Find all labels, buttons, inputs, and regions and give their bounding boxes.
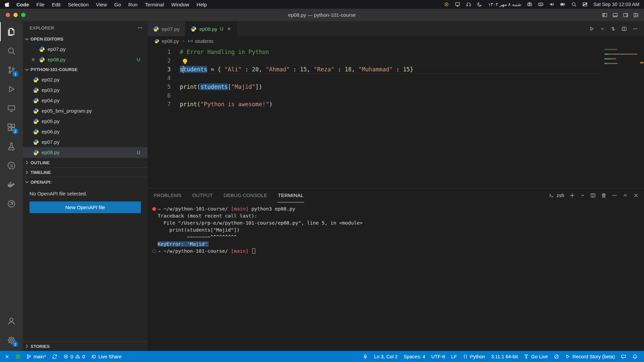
file-item-ep05-bmi[interactable]: ep05_bmi_program.py [23,106,148,116]
activity-testing[interactable] [0,137,23,156]
new-terminal-icon[interactable] [570,193,575,198]
mic-item[interactable] [360,351,371,362]
sync-changes-button[interactable] [49,351,60,362]
encoding-item[interactable]: UTF-8 [428,351,448,362]
python-interpreter-item[interactable]: 3.11.1 64-bit [488,351,521,362]
activity-extension-extra[interactable] [0,194,23,213]
activity-remote-explorer[interactable] [0,99,23,118]
toggle-sidebar-icon[interactable] [602,12,607,18]
command-prompt-icon[interactable] [152,249,156,253]
code-line[interactable]: print("Python is awesome!") [180,100,639,109]
openapi-header[interactable]: OPENAPI: [23,177,148,187]
menu-view[interactable]: View [92,2,110,7]
eol-item[interactable]: LF [448,351,460,362]
minimap[interactable] [603,48,639,188]
zoom-window-button[interactable] [21,13,25,17]
customize-layout-icon[interactable] [633,12,639,18]
notifications-item[interactable] [629,351,641,362]
close-editor-icon[interactable] [30,57,36,62]
close-panel-icon[interactable] [633,193,639,198]
menu-run[interactable]: Run [125,2,142,7]
minimize-window-button[interactable] [13,13,18,17]
camera-icon[interactable] [527,2,532,7]
apple-menu-icon[interactable] [5,2,10,7]
activity-settings[interactable]: 1 [0,330,23,350]
menu-terminal[interactable]: Terminal [141,2,168,7]
menu-help[interactable]: Help [193,2,211,7]
code-editor[interactable]: 1234567 # Error Handling in Pythonstuden… [148,46,644,188]
kill-terminal-icon[interactable] [601,193,606,198]
menu-edit[interactable]: Edit [48,2,64,7]
menu-go[interactable]: Go [111,2,125,7]
file-item-ep05[interactable]: ep05.py [23,116,148,126]
feedback-item[interactable] [618,351,629,362]
language-mode-item[interactable]: Python [460,351,488,362]
file-item-ep04[interactable]: ep04.py [23,95,148,106]
editor-more-actions-icon[interactable] [633,26,638,32]
open-editor-ep07[interactable]: ep07.py [23,44,148,54]
overview-ruler[interactable] [639,46,644,188]
activity-run-debug[interactable] [0,79,23,99]
open-editors-header[interactable]: OPEN EDITORS [23,34,148,44]
open-editor-ep08[interactable]: ep08.py U [23,54,148,65]
tab-debug-console[interactable]: DEBUG CONSOLE [223,188,268,202]
outline-header[interactable]: OUTLINE [23,158,148,167]
terminal-profile-dropdown-icon[interactable] [580,193,585,198]
split-editor-icon[interactable] [622,26,627,32]
control-center-icon[interactable] [582,2,588,7]
headphones-icon[interactable] [466,2,471,7]
command-failed-icon[interactable] [152,207,156,211]
activity-source-control[interactable]: 1 [0,60,23,79]
code-line[interactable]: # Error Handling in Python [180,48,639,56]
run-python-file-icon[interactable] [589,26,594,32]
new-openapi-file-button[interactable]: New OpenAPI file [30,201,141,213]
activity-search[interactable] [0,41,23,60]
breadcrumb-symbol[interactable]: students [195,39,214,44]
terminal-output[interactable]: → ~/w/python-101-course/ [main] python3 … [148,202,644,351]
code-line[interactable]: print(students["Majid"]) [180,82,639,91]
file-item-ep06[interactable]: ep06.py [23,126,148,137]
code-line[interactable] [180,74,639,82]
spotlight-icon[interactable] [571,2,577,7]
keyboard-layout-icon[interactable] [538,2,543,7]
menu-window[interactable]: Window [168,2,193,7]
activity-explorer[interactable] [0,22,23,41]
split-terminal-icon[interactable] [590,193,596,198]
code-line[interactable]: students = { "Ali" : 20, "Ahmad" : 15, "… [180,65,639,74]
status-extension-item[interactable] [13,351,23,362]
lightbulb-icon[interactable] [183,59,187,63]
menu-file[interactable]: File [33,2,48,7]
close-tab-icon[interactable] [227,26,231,31]
activity-stories[interactable]: S [0,156,23,175]
record-story-item[interactable]: Record Story (beta) [562,351,618,362]
activity-accounts[interactable] [0,311,23,330]
live-share-item[interactable]: Live Share [88,351,124,362]
run-dropdown-icon[interactable] [600,26,605,31]
maximize-panel-icon[interactable] [623,193,628,198]
menu-code[interactable]: Code [13,2,33,7]
tab-output[interactable]: OUTPUT [192,188,213,202]
file-item-ep07[interactable]: ep07.py [23,137,148,147]
tab-ep07[interactable]: ep07.py [148,21,185,36]
volume-icon[interactable] [549,2,554,7]
breadcrumb-file[interactable]: ep08.py [162,39,179,44]
close-window-button[interactable] [6,13,10,17]
display-icon[interactable] [455,2,460,7]
problems-item[interactable]: 0 0 [60,351,88,362]
cursor-position-item[interactable]: Ln 3, Col 2 [371,351,400,362]
circle-slash-item[interactable] [551,351,562,362]
battery-icon[interactable] [560,2,566,7]
workspace-folder-header[interactable]: PYTHON-101-COURSE [23,65,148,74]
menu-bar-clock[interactable]: Sat Sep 30 12:03 AM [593,2,639,7]
file-item-ep08[interactable]: ep08.pyU [23,147,148,158]
terminal-instance[interactable]: zsh [549,193,564,198]
menu-selection[interactable]: Selection [64,2,93,7]
remote-window-button[interactable] [1,351,13,362]
stories-header[interactable]: STORIES [23,341,148,351]
focus-mode-icon[interactable] [477,2,482,7]
toggle-secondary-sidebar-icon[interactable] [623,12,628,18]
activity-extensions[interactable]: 2 [0,118,23,137]
code-line[interactable] [180,91,639,100]
toggle-panel-icon[interactable] [612,12,618,18]
code-line[interactable] [180,56,639,65]
